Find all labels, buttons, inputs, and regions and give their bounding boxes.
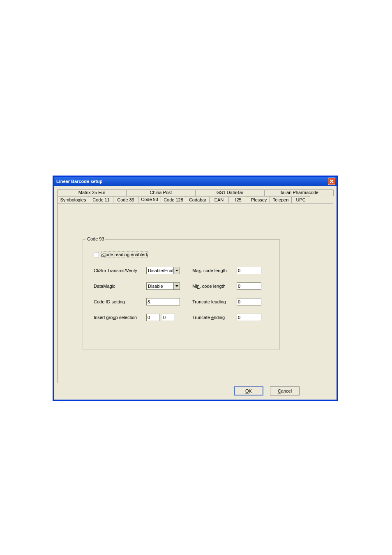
codeid-label: Code ID setting [94,299,146,304]
tab-code11[interactable]: Code 11 [89,196,113,203]
cksm-select[interactable]: Disable/Enat [146,267,180,274]
dialog-buttons: OK Cancel [234,386,300,395]
row-datamagic: DataMagic Disable Min. code length [94,282,273,290]
chevron-down-icon [173,283,180,289]
tab-row-top: Matrix 25 Eur China Post GS1 DataBar Ita… [57,189,333,196]
tab-i25[interactable]: I25 [228,196,248,203]
code-reading-checkbox[interactable] [94,252,99,257]
tab-italian-pharmacode[interactable]: Italian Pharmacode [264,189,334,196]
row-insertgroup: Insert group selection Truncate ending [94,313,273,321]
tab-container: Matrix 25 Eur China Post GS1 DataBar Ita… [57,189,333,203]
datamagic-label: DataMagic [94,284,146,289]
truncate-ending-label: Truncate ending [192,315,237,320]
minlen-label: Min. code length [192,284,237,289]
tab-row-bottom: Symbologies Code 11 Code 39 Code 93 Code… [57,196,333,203]
tab-chinapost[interactable]: China Post [126,189,196,196]
tab-upc[interactable]: UPC [291,196,310,203]
cksm-select-value: Disable/Enat [148,268,173,273]
tab-plessey[interactable]: Plessey [248,196,270,203]
dialog-window: Linear Barcode setup Matrix 25 Eur China… [53,176,338,401]
cksm-label: CkSm Transmit/Verify [94,268,146,273]
tab-gs1databar[interactable]: GS1 DataBar [195,189,265,196]
chevron-down-icon [173,267,180,274]
truncate-leading-label: Truncate leading [192,299,237,304]
code-reading-label[interactable]: Code reading enabled [101,252,148,257]
ok-button[interactable]: OK [234,386,263,395]
tab-code128[interactable]: Code 128 [161,196,186,203]
close-button[interactable] [328,178,335,185]
code-reading-label-text: Code reading enabled [102,252,147,257]
window-title: Linear Barcode setup [56,179,102,184]
insertgroup-label: Insert group selection [94,315,146,320]
tab-code93[interactable]: Code 93 [138,196,161,203]
minlen-input[interactable] [237,282,261,290]
groupbox-code93: Code 93 Code reading enabled CkSm Transm… [83,239,280,349]
truncate-leading-input[interactable] [237,298,261,305]
maxlen-label: Max. code length [192,268,237,273]
truncate-ending-input[interactable] [237,314,261,321]
tab-matrix25eur[interactable]: Matrix 25 Eur [57,189,127,196]
tab-symbologies[interactable]: Symbologies [57,196,89,203]
tab-codabar[interactable]: Codabar [186,196,210,203]
tab-telepen[interactable]: Telepen [270,196,292,203]
datamagic-select-value: Disable [148,284,163,289]
insertgroup-input-1[interactable] [146,314,159,321]
groupbox-legend: Code 93 [86,236,105,241]
tab-code39[interactable]: Code 39 [113,196,138,203]
datamagic-select[interactable]: Disable [146,282,180,290]
title-bar: Linear Barcode setup [54,177,337,186]
client-area: Matrix 25 Eur China Post GS1 DataBar Ita… [54,186,337,400]
maxlen-input[interactable] [237,267,261,274]
row-cksm: CkSm Transmit/Verify Disable/Enat Max. c… [94,266,273,275]
codeid-input[interactable] [146,298,180,305]
form: Code reading enabled CkSm Transmit/Verif… [94,252,273,329]
insertgroup-input-2[interactable] [162,314,175,321]
code-reading-row: Code reading enabled [94,252,273,257]
cancel-button[interactable]: Cancel [270,386,300,395]
row-codeid: Code ID setting Truncate leading [94,298,273,306]
tab-ean[interactable]: EAN [209,196,229,203]
close-icon [330,179,334,183]
